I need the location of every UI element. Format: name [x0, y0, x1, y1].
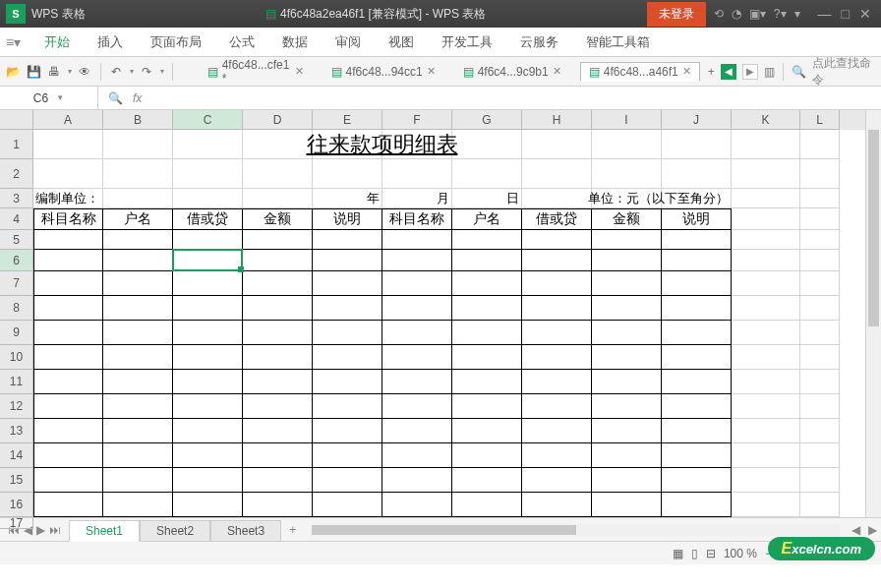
body-cell[interactable]	[452, 419, 522, 443]
menu-start[interactable]: 开始	[30, 28, 84, 57]
hscroll-right[interactable]: ▶	[864, 523, 881, 537]
body-cell[interactable]	[522, 296, 592, 321]
body-cell[interactable]	[592, 230, 662, 250]
body-cell[interactable]	[452, 321, 522, 345]
body-cell[interactable]	[522, 230, 592, 250]
body-cell[interactable]	[662, 250, 732, 271]
maximize-button[interactable]: □	[842, 6, 850, 22]
file-tab-1[interactable]: ▤4f6c48...cfe1 *✕	[199, 55, 313, 88]
body-cell[interactable]	[243, 468, 313, 493]
menu-layout[interactable]: 页面布局	[137, 28, 215, 57]
body-cell[interactable]	[173, 250, 243, 271]
header-0[interactable]: 科目名称	[33, 208, 103, 230]
body-cell[interactable]	[592, 443, 662, 468]
body-cell[interactable]	[452, 468, 522, 493]
menu-review[interactable]: 审阅	[322, 28, 375, 57]
body-cell[interactable]	[452, 271, 522, 296]
body-cell[interactable]	[592, 419, 662, 443]
menu-cloud[interactable]: 云服务	[506, 28, 572, 57]
cell-L2[interactable]	[800, 159, 840, 189]
body-cell[interactable]	[452, 296, 522, 321]
cell-J2[interactable]	[662, 159, 732, 189]
body-cell[interactable]	[33, 345, 103, 370]
body-cell[interactable]	[243, 250, 313, 271]
body-cell[interactable]	[522, 419, 592, 443]
add-sheet-icon[interactable]: +	[281, 523, 304, 537]
row-header-11[interactable]: 11	[0, 370, 33, 394]
row-header-7[interactable]: 7	[0, 271, 33, 296]
open-icon[interactable]: 📂	[6, 64, 21, 80]
help-icon[interactable]: ?▾	[774, 7, 787, 21]
body-cell[interactable]	[173, 230, 243, 250]
body-cell[interactable]	[173, 345, 243, 370]
row-header-12[interactable]: 12	[0, 394, 33, 419]
cell-L8[interactable]	[800, 296, 840, 321]
label-day[interactable]: 日	[452, 189, 522, 208]
row-header-2[interactable]: 2	[0, 159, 33, 189]
sheet-tab-3[interactable]: Sheet3	[210, 520, 281, 542]
last-sheet-icon[interactable]: ⏭	[49, 523, 61, 537]
col-header-J[interactable]: J	[662, 110, 732, 130]
title-cell[interactable]: 往来款项明细表	[33, 130, 732, 159]
cell-K14[interactable]	[732, 443, 800, 468]
cell-I2[interactable]	[592, 159, 662, 189]
menu-formula[interactable]: 公式	[215, 28, 268, 57]
row-header-13[interactable]: 13	[0, 419, 33, 443]
body-cell[interactable]	[452, 370, 522, 394]
tab-prev-button[interactable]: ◀	[721, 64, 736, 80]
minimize-button[interactable]: —	[818, 6, 832, 22]
body-cell[interactable]	[382, 271, 452, 296]
body-cell[interactable]	[313, 493, 382, 517]
cell-G2[interactable]	[452, 159, 522, 189]
body-cell[interactable]	[592, 296, 662, 321]
cell-K1[interactable]	[732, 130, 800, 159]
tab-close-icon[interactable]: ✕	[553, 65, 561, 78]
cell-K11[interactable]	[732, 370, 800, 394]
cell-K9[interactable]	[732, 321, 800, 345]
login-button[interactable]: 未登录	[647, 2, 706, 27]
cell-K12[interactable]	[732, 394, 800, 419]
header-1[interactable]: 户名	[103, 208, 173, 230]
body-cell[interactable]	[103, 468, 173, 493]
body-cell[interactable]	[33, 230, 103, 250]
cell-D3[interactable]	[243, 189, 313, 208]
body-cell[interactable]	[103, 419, 173, 443]
body-cell[interactable]	[243, 296, 313, 321]
body-cell[interactable]	[452, 493, 522, 517]
header-8[interactable]: 金额	[592, 208, 662, 230]
col-header-L[interactable]: L	[800, 110, 840, 130]
body-cell[interactable]	[313, 345, 382, 370]
cell-L9[interactable]	[800, 321, 840, 345]
body-cell[interactable]	[382, 443, 452, 468]
menu-insert[interactable]: 插入	[84, 28, 137, 57]
body-cell[interactable]	[592, 321, 662, 345]
name-box[interactable]: C6▼	[0, 87, 98, 109]
body-cell[interactable]	[592, 250, 662, 271]
body-cell[interactable]	[243, 493, 313, 517]
body-cell[interactable]	[382, 345, 452, 370]
body-cell[interactable]	[313, 468, 382, 493]
body-cell[interactable]	[313, 419, 382, 443]
col-header-F[interactable]: F	[382, 110, 452, 130]
row-header-9[interactable]: 9	[0, 321, 33, 345]
body-cell[interactable]	[592, 493, 662, 517]
body-cell[interactable]	[103, 394, 173, 419]
body-cell[interactable]	[662, 394, 732, 419]
select-all-corner[interactable]	[0, 110, 33, 130]
dropdown-icon[interactable]: ▼	[56, 93, 64, 102]
next-sheet-icon[interactable]: ▶	[36, 523, 45, 537]
row-header-17[interactable]: 17	[0, 517, 33, 529]
cell-K8[interactable]	[732, 296, 800, 321]
zoom-value[interactable]: 100 %	[724, 547, 757, 560]
body-cell[interactable]	[452, 250, 522, 271]
cell-K3[interactable]	[732, 189, 800, 208]
body-cell[interactable]	[592, 394, 662, 419]
body-cell[interactable]	[103, 321, 173, 345]
body-cell[interactable]	[662, 443, 732, 468]
body-cell[interactable]	[243, 271, 313, 296]
body-cell[interactable]	[313, 230, 382, 250]
body-cell[interactable]	[243, 230, 313, 250]
save-icon[interactable]: 💾	[27, 64, 41, 80]
body-cell[interactable]	[313, 394, 382, 419]
header-9[interactable]: 说明	[662, 208, 732, 230]
